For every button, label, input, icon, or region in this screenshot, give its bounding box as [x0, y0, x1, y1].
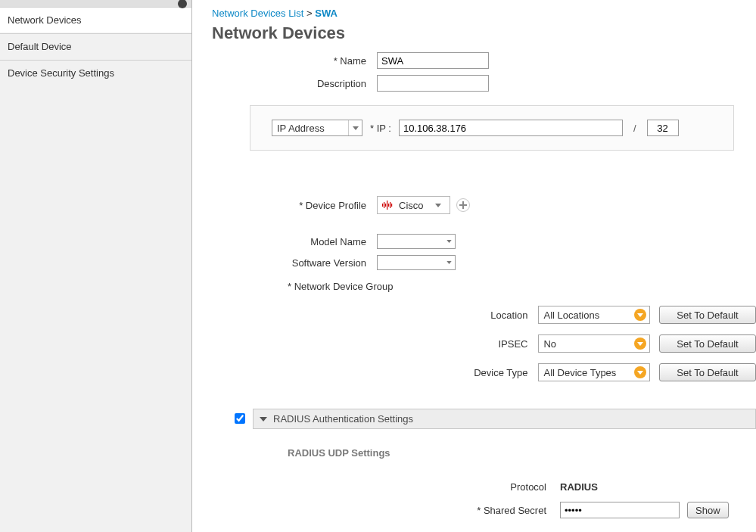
sidebar-item-label: Device Security Settings	[8, 67, 114, 79]
ndg-devicetype-value: All Device Types	[543, 367, 634, 378]
ndg-row-ipsec: IPSEC No Set To Default	[424, 334, 756, 353]
svg-rect-1	[384, 202, 384, 208]
description-label: Description	[212, 78, 377, 89]
svg-rect-3	[387, 201, 387, 210]
cisco-logo-icon	[382, 201, 394, 210]
add-profile-button[interactable]	[456, 198, 470, 212]
radius-show-secret-button[interactable]: Show	[687, 502, 729, 518]
chevron-down-icon	[443, 235, 455, 248]
breadcrumb-current: SWA	[315, 8, 338, 19]
sidebar-item-default-device[interactable]: Default Device	[0, 34, 191, 60]
ip-mask-separator: /	[630, 123, 639, 134]
radius-auth-title: RADIUS Authentication Settings	[273, 413, 413, 425]
ip-type-select[interactable]: IP Address	[272, 120, 362, 136]
chevron-down-icon	[348, 120, 362, 135]
sidebar-item-label: Network Devices	[8, 14, 82, 26]
radius-shared-secret-input[interactable]	[560, 502, 680, 518]
ip-type-value: IP Address	[277, 123, 348, 134]
ndg-location-default-button[interactable]: Set To Default	[659, 306, 756, 324]
name-label: Name	[212, 55, 377, 67]
radius-protocol-value: RADIUS	[560, 481, 598, 493]
ndg-ipsec-label: IPSEC	[424, 338, 538, 350]
software-version-select[interactable]	[377, 255, 456, 270]
network-device-group-label: * Network Device Group	[288, 281, 756, 292]
sidebar-item-label: Default Device	[8, 41, 72, 52]
chevron-down-icon	[431, 198, 445, 213]
breadcrumb-separator: >	[306, 8, 313, 19]
ndg-location-label: Location	[424, 310, 538, 321]
chevron-down-icon	[634, 309, 646, 321]
model-name-select[interactable]	[377, 234, 456, 249]
svg-rect-0	[382, 204, 383, 207]
name-input[interactable]	[377, 52, 489, 69]
page-title: Network Devices	[212, 23, 756, 43]
ndg-location-value: All Locations	[543, 310, 634, 321]
triangle-down-icon	[260, 417, 267, 422]
radius-udp-title: RADIUS UDP Settings	[288, 447, 756, 459]
sidebar: Network Devices Default Device Device Se…	[0, 0, 192, 532]
sidebar-collapse-icon[interactable]	[0, 0, 191, 8]
ndg-devicetype-select[interactable]: All Device Types	[538, 363, 650, 381]
ndg-row-device-type: Device Type All Device Types Set To Defa…	[424, 363, 756, 381]
ndg-devicetype-label: Device Type	[424, 367, 538, 378]
software-version-label: Software Version	[212, 257, 377, 269]
main-content: Network Devices List > SWA Network Devic…	[192, 0, 756, 532]
ndg-ipsec-select[interactable]: No	[538, 334, 650, 353]
device-profile-label: Device Profile	[212, 200, 377, 211]
description-input[interactable]	[377, 75, 489, 92]
ip-label: * IP :	[370, 123, 391, 134]
ndg-ipsec-value: No	[543, 338, 634, 350]
breadcrumb: Network Devices List > SWA	[212, 8, 756, 19]
radius-auth-checkbox[interactable]	[235, 413, 245, 424]
svg-rect-2	[385, 204, 386, 207]
radius-protocol-label: Protocol	[288, 481, 560, 493]
ndg-row-location: Location All Locations Set To Default	[424, 306, 756, 324]
radius-shared-secret-label: * Shared Secret	[288, 505, 560, 516]
model-name-label: Model Name	[212, 236, 377, 247]
chevron-down-icon	[443, 256, 455, 269]
ip-address-input[interactable]	[399, 120, 623, 136]
svg-rect-4	[388, 204, 389, 207]
radius-auth-accordion-header[interactable]: RADIUS Authentication Settings	[253, 409, 756, 429]
ndg-location-select[interactable]: All Locations	[538, 306, 650, 324]
ndg-ipsec-default-button[interactable]: Set To Default	[659, 334, 756, 353]
device-profile-value: Cisco	[399, 200, 424, 211]
radius-body: RADIUS UDP Settings Protocol RADIUS * Sh…	[288, 447, 756, 518]
svg-rect-5	[390, 202, 390, 208]
sidebar-item-device-security-settings[interactable]: Device Security Settings	[0, 61, 191, 86]
breadcrumb-link-list[interactable]: Network Devices List	[212, 8, 303, 19]
device-profile-select[interactable]: Cisco	[377, 196, 450, 214]
sidebar-item-network-devices[interactable]: Network Devices	[0, 8, 191, 33]
chevron-down-icon	[634, 338, 646, 350]
ip-address-panel: IP Address * IP : /	[250, 105, 734, 151]
chevron-down-icon	[634, 366, 646, 378]
ndg-devicetype-default-button[interactable]: Set To Default	[659, 363, 756, 381]
svg-rect-6	[391, 204, 392, 207]
ip-mask-input[interactable]	[647, 120, 679, 136]
